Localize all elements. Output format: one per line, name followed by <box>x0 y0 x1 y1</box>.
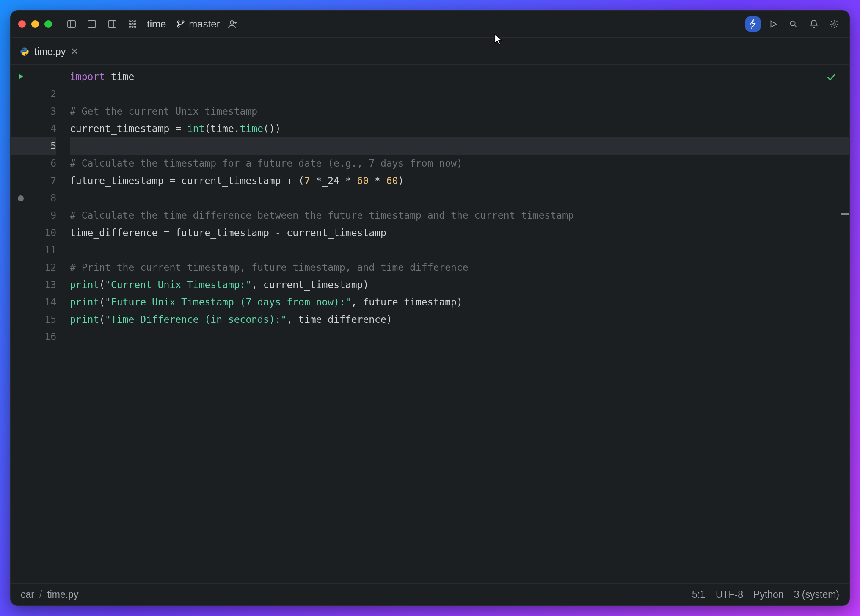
gutter-row[interactable] <box>11 276 31 294</box>
line-number[interactable]: 11 <box>31 242 56 259</box>
svg-point-18 <box>230 21 234 24</box>
panel-right-icon[interactable] <box>105 16 120 32</box>
gear-icon[interactable] <box>827 16 842 32</box>
ide-window: time master time.py ✕ <box>10 10 850 606</box>
svg-line-23 <box>795 25 797 28</box>
code-editor[interactable]: 2345678910111213141516 import time# Get … <box>11 65 849 583</box>
status-sep: / <box>39 589 42 600</box>
line-number[interactable]: 3 <box>31 103 56 120</box>
code-line[interactable]: # Print the current timestamp, future ti… <box>70 259 849 276</box>
git-branch-selector[interactable]: master <box>176 18 220 30</box>
tab-filename: time.py <box>34 46 66 58</box>
code-line[interactable] <box>70 190 849 207</box>
run-gutter-icon[interactable] <box>17 68 24 85</box>
gutter-row[interactable] <box>11 207 31 224</box>
titlebar: time master <box>11 11 849 38</box>
svg-point-15 <box>178 21 180 23</box>
gutter-row[interactable] <box>11 103 31 120</box>
status-file[interactable]: time.py <box>47 589 78 600</box>
play-icon[interactable] <box>766 16 781 32</box>
svg-point-6 <box>129 20 131 22</box>
close-window-button[interactable] <box>18 20 26 28</box>
grid-icon[interactable] <box>125 16 140 32</box>
code-line[interactable]: print("Time Difference (in seconds):", t… <box>70 311 849 328</box>
panel-left-icon[interactable] <box>64 16 79 32</box>
svg-point-22 <box>791 21 795 25</box>
svg-point-11 <box>135 23 136 25</box>
svg-point-10 <box>132 23 133 25</box>
line-number[interactable]: 2 <box>31 85 56 103</box>
svg-point-16 <box>178 25 180 28</box>
problems-check-icon[interactable] <box>826 71 837 88</box>
gutter-row[interactable] <box>11 138 31 155</box>
close-tab-icon[interactable]: ✕ <box>71 46 78 57</box>
line-number[interactable]: 6 <box>31 155 56 172</box>
gutter-row[interactable] <box>11 85 31 103</box>
code-line[interactable]: current_timestamp = int(time.time()) <box>70 120 849 138</box>
line-number[interactable] <box>31 68 56 85</box>
add-user-icon[interactable] <box>225 16 240 32</box>
line-number[interactable]: 16 <box>31 328 56 346</box>
code-line[interactable]: time_difference = future_timestamp - cur… <box>70 224 849 242</box>
gutter-row[interactable] <box>11 172 31 190</box>
minimize-window-button[interactable] <box>31 20 39 28</box>
project-name[interactable]: time <box>147 18 166 30</box>
gutter-row[interactable] <box>11 294 31 311</box>
code-line[interactable]: future_timestamp = current_timestamp + (… <box>70 172 849 190</box>
gutter-row[interactable] <box>11 242 31 259</box>
svg-point-24 <box>833 23 835 25</box>
code-line[interactable]: # Calculate the timestamp for a future d… <box>70 155 849 172</box>
status-cursor-pos[interactable]: 5:1 <box>692 589 706 600</box>
code-line[interactable]: # Calculate the time difference between … <box>70 207 849 224</box>
search-icon[interactable] <box>786 16 801 32</box>
status-encoding[interactable]: UTF-8 <box>716 589 743 600</box>
panel-bottom-icon[interactable] <box>84 16 99 32</box>
svg-rect-4 <box>108 21 116 28</box>
bell-icon[interactable] <box>806 16 821 32</box>
line-numbers: 2345678910111213141516 <box>31 65 67 583</box>
svg-point-9 <box>129 23 131 25</box>
line-number[interactable]: 12 <box>31 259 56 276</box>
scrollbar-marker <box>841 213 849 215</box>
svg-point-13 <box>132 26 133 28</box>
code-line[interactable]: print("Current Unix Timestamp:", current… <box>70 276 849 294</box>
line-number[interactable]: 15 <box>31 311 56 328</box>
svg-point-17 <box>182 21 185 23</box>
code-line[interactable]: print("Future Unix Timestamp (7 days fro… <box>70 294 849 311</box>
svg-point-12 <box>129 26 131 28</box>
gutter-row[interactable] <box>11 328 31 346</box>
code-area[interactable]: import time# Get the current Unix timest… <box>67 65 849 583</box>
status-project[interactable]: car <box>21 589 34 600</box>
python-file-icon <box>20 47 29 56</box>
code-line[interactable] <box>70 85 849 103</box>
status-language[interactable]: Python <box>753 589 784 600</box>
gutter-row[interactable] <box>11 259 31 276</box>
line-number[interactable]: 9 <box>31 207 56 224</box>
tab-time-py[interactable]: time.py ✕ <box>11 38 88 64</box>
code-line[interactable] <box>70 138 849 155</box>
breakpoint-icon[interactable] <box>18 195 24 201</box>
maximize-window-button[interactable] <box>44 20 52 28</box>
gutter-row[interactable] <box>11 120 31 138</box>
status-interpreter[interactable]: 3 (system) <box>794 589 839 600</box>
gutter-row[interactable] <box>11 68 31 85</box>
gutter-row[interactable] <box>11 311 31 328</box>
line-number[interactable]: 7 <box>31 172 56 190</box>
line-number[interactable]: 10 <box>31 224 56 242</box>
gutter-row[interactable] <box>11 155 31 172</box>
gutter-row[interactable] <box>11 190 31 207</box>
svg-rect-0 <box>68 21 75 28</box>
line-number[interactable]: 4 <box>31 120 56 138</box>
line-number[interactable]: 5 <box>31 138 56 155</box>
line-number[interactable]: 8 <box>31 190 56 207</box>
bolt-icon[interactable] <box>745 16 761 32</box>
line-number[interactable]: 13 <box>31 276 56 294</box>
line-number[interactable]: 14 <box>31 294 56 311</box>
svg-point-14 <box>135 26 136 28</box>
code-line[interactable]: import time <box>70 68 849 85</box>
code-line[interactable] <box>70 242 849 259</box>
code-line[interactable] <box>70 328 849 346</box>
gutter-row[interactable] <box>11 224 31 242</box>
svg-point-8 <box>135 20 136 22</box>
code-line[interactable]: # Get the current Unix timestamp <box>70 103 849 120</box>
